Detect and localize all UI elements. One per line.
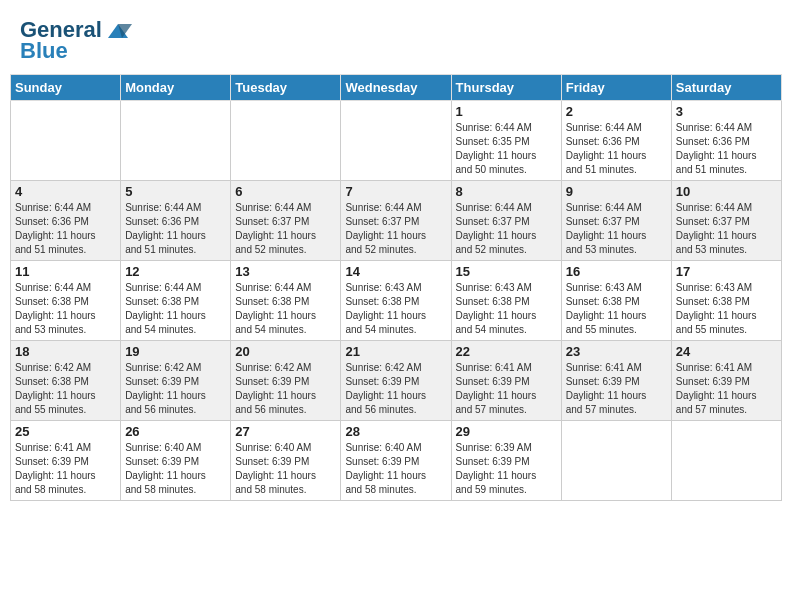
calendar-cell: 1Sunrise: 6:44 AM Sunset: 6:35 PM Daylig… [451, 101, 561, 181]
calendar-cell: 29Sunrise: 6:39 AM Sunset: 6:39 PM Dayli… [451, 421, 561, 501]
day-number: 3 [676, 104, 777, 119]
day-info: Sunrise: 6:44 AM Sunset: 6:36 PM Dayligh… [676, 121, 777, 177]
day-number: 14 [345, 264, 446, 279]
day-header-monday: Monday [121, 75, 231, 101]
calendar-cell [121, 101, 231, 181]
day-number: 28 [345, 424, 446, 439]
day-number: 25 [15, 424, 116, 439]
logo-icon [104, 20, 132, 42]
day-info: Sunrise: 6:41 AM Sunset: 6:39 PM Dayligh… [676, 361, 777, 417]
calendar-cell: 2Sunrise: 6:44 AM Sunset: 6:36 PM Daylig… [561, 101, 671, 181]
calendar-cell: 18Sunrise: 6:42 AM Sunset: 6:38 PM Dayli… [11, 341, 121, 421]
calendar-cell: 3Sunrise: 6:44 AM Sunset: 6:36 PM Daylig… [671, 101, 781, 181]
logo: General Blue [20, 18, 132, 64]
calendar-week-row: 25Sunrise: 6:41 AM Sunset: 6:39 PM Dayli… [11, 421, 782, 501]
day-info: Sunrise: 6:44 AM Sunset: 6:38 PM Dayligh… [235, 281, 336, 337]
day-number: 18 [15, 344, 116, 359]
calendar-cell: 16Sunrise: 6:43 AM Sunset: 6:38 PM Dayli… [561, 261, 671, 341]
day-number: 5 [125, 184, 226, 199]
day-info: Sunrise: 6:41 AM Sunset: 6:39 PM Dayligh… [456, 361, 557, 417]
day-number: 19 [125, 344, 226, 359]
day-info: Sunrise: 6:43 AM Sunset: 6:38 PM Dayligh… [676, 281, 777, 337]
calendar-cell: 9Sunrise: 6:44 AM Sunset: 6:37 PM Daylig… [561, 181, 671, 261]
calendar-cell: 5Sunrise: 6:44 AM Sunset: 6:36 PM Daylig… [121, 181, 231, 261]
calendar-cell: 4Sunrise: 6:44 AM Sunset: 6:36 PM Daylig… [11, 181, 121, 261]
calendar-table: SundayMondayTuesdayWednesdayThursdayFrid… [10, 74, 782, 501]
day-number: 6 [235, 184, 336, 199]
day-info: Sunrise: 6:44 AM Sunset: 6:38 PM Dayligh… [15, 281, 116, 337]
day-number: 26 [125, 424, 226, 439]
calendar-week-row: 1Sunrise: 6:44 AM Sunset: 6:35 PM Daylig… [11, 101, 782, 181]
calendar-cell: 19Sunrise: 6:42 AM Sunset: 6:39 PM Dayli… [121, 341, 231, 421]
day-info: Sunrise: 6:44 AM Sunset: 6:36 PM Dayligh… [566, 121, 667, 177]
calendar-cell: 14Sunrise: 6:43 AM Sunset: 6:38 PM Dayli… [341, 261, 451, 341]
day-info: Sunrise: 6:43 AM Sunset: 6:38 PM Dayligh… [566, 281, 667, 337]
calendar-cell: 8Sunrise: 6:44 AM Sunset: 6:37 PM Daylig… [451, 181, 561, 261]
calendar-header-row: SundayMondayTuesdayWednesdayThursdayFrid… [11, 75, 782, 101]
day-info: Sunrise: 6:44 AM Sunset: 6:35 PM Dayligh… [456, 121, 557, 177]
day-number: 2 [566, 104, 667, 119]
calendar-cell: 26Sunrise: 6:40 AM Sunset: 6:39 PM Dayli… [121, 421, 231, 501]
calendar-cell: 23Sunrise: 6:41 AM Sunset: 6:39 PM Dayli… [561, 341, 671, 421]
calendar-cell: 25Sunrise: 6:41 AM Sunset: 6:39 PM Dayli… [11, 421, 121, 501]
day-number: 15 [456, 264, 557, 279]
day-info: Sunrise: 6:39 AM Sunset: 6:39 PM Dayligh… [456, 441, 557, 497]
calendar-cell [671, 421, 781, 501]
day-info: Sunrise: 6:41 AM Sunset: 6:39 PM Dayligh… [566, 361, 667, 417]
calendar-week-row: 11Sunrise: 6:44 AM Sunset: 6:38 PM Dayli… [11, 261, 782, 341]
day-info: Sunrise: 6:44 AM Sunset: 6:36 PM Dayligh… [15, 201, 116, 257]
day-info: Sunrise: 6:44 AM Sunset: 6:36 PM Dayligh… [125, 201, 226, 257]
calendar-cell: 24Sunrise: 6:41 AM Sunset: 6:39 PM Dayli… [671, 341, 781, 421]
day-info: Sunrise: 6:42 AM Sunset: 6:39 PM Dayligh… [235, 361, 336, 417]
day-header-wednesday: Wednesday [341, 75, 451, 101]
calendar-cell: 13Sunrise: 6:44 AM Sunset: 6:38 PM Dayli… [231, 261, 341, 341]
calendar-cell: 17Sunrise: 6:43 AM Sunset: 6:38 PM Dayli… [671, 261, 781, 341]
day-header-saturday: Saturday [671, 75, 781, 101]
day-info: Sunrise: 6:40 AM Sunset: 6:39 PM Dayligh… [235, 441, 336, 497]
calendar-week-row: 18Sunrise: 6:42 AM Sunset: 6:38 PM Dayli… [11, 341, 782, 421]
calendar-cell: 28Sunrise: 6:40 AM Sunset: 6:39 PM Dayli… [341, 421, 451, 501]
calendar-cell: 27Sunrise: 6:40 AM Sunset: 6:39 PM Dayli… [231, 421, 341, 501]
day-info: Sunrise: 6:43 AM Sunset: 6:38 PM Dayligh… [345, 281, 446, 337]
day-number: 13 [235, 264, 336, 279]
day-info: Sunrise: 6:44 AM Sunset: 6:37 PM Dayligh… [456, 201, 557, 257]
calendar-cell: 12Sunrise: 6:44 AM Sunset: 6:38 PM Dayli… [121, 261, 231, 341]
calendar-cell: 20Sunrise: 6:42 AM Sunset: 6:39 PM Dayli… [231, 341, 341, 421]
calendar-cell: 10Sunrise: 6:44 AM Sunset: 6:37 PM Dayli… [671, 181, 781, 261]
day-info: Sunrise: 6:42 AM Sunset: 6:39 PM Dayligh… [345, 361, 446, 417]
day-number: 9 [566, 184, 667, 199]
day-info: Sunrise: 6:43 AM Sunset: 6:38 PM Dayligh… [456, 281, 557, 337]
calendar-week-row: 4Sunrise: 6:44 AM Sunset: 6:36 PM Daylig… [11, 181, 782, 261]
day-number: 10 [676, 184, 777, 199]
day-number: 1 [456, 104, 557, 119]
day-number: 8 [456, 184, 557, 199]
day-number: 24 [676, 344, 777, 359]
day-number: 23 [566, 344, 667, 359]
calendar-cell: 21Sunrise: 6:42 AM Sunset: 6:39 PM Dayli… [341, 341, 451, 421]
day-info: Sunrise: 6:40 AM Sunset: 6:39 PM Dayligh… [345, 441, 446, 497]
day-number: 29 [456, 424, 557, 439]
day-number: 4 [15, 184, 116, 199]
day-header-tuesday: Tuesday [231, 75, 341, 101]
calendar-cell: 22Sunrise: 6:41 AM Sunset: 6:39 PM Dayli… [451, 341, 561, 421]
day-info: Sunrise: 6:44 AM Sunset: 6:37 PM Dayligh… [676, 201, 777, 257]
day-number: 17 [676, 264, 777, 279]
day-header-friday: Friday [561, 75, 671, 101]
day-number: 22 [456, 344, 557, 359]
calendar-cell [11, 101, 121, 181]
calendar-cell: 11Sunrise: 6:44 AM Sunset: 6:38 PM Dayli… [11, 261, 121, 341]
calendar-cell [561, 421, 671, 501]
day-info: Sunrise: 6:44 AM Sunset: 6:38 PM Dayligh… [125, 281, 226, 337]
day-number: 7 [345, 184, 446, 199]
calendar-cell: 6Sunrise: 6:44 AM Sunset: 6:37 PM Daylig… [231, 181, 341, 261]
day-number: 12 [125, 264, 226, 279]
day-number: 16 [566, 264, 667, 279]
day-info: Sunrise: 6:42 AM Sunset: 6:38 PM Dayligh… [15, 361, 116, 417]
day-info: Sunrise: 6:44 AM Sunset: 6:37 PM Dayligh… [235, 201, 336, 257]
day-header-thursday: Thursday [451, 75, 561, 101]
day-number: 21 [345, 344, 446, 359]
calendar-cell: 15Sunrise: 6:43 AM Sunset: 6:38 PM Dayli… [451, 261, 561, 341]
day-info: Sunrise: 6:42 AM Sunset: 6:39 PM Dayligh… [125, 361, 226, 417]
calendar-cell: 7Sunrise: 6:44 AM Sunset: 6:37 PM Daylig… [341, 181, 451, 261]
day-info: Sunrise: 6:44 AM Sunset: 6:37 PM Dayligh… [566, 201, 667, 257]
